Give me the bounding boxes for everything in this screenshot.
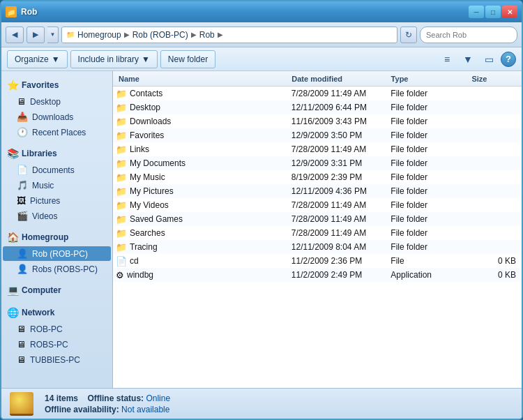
- file-type: File folder: [388, 186, 469, 196]
- downloads-icon: 📥: [17, 112, 28, 122]
- robs-robspc-icon: 👤: [17, 264, 28, 274]
- sidebar-item-music-label: Music: [32, 181, 54, 190]
- col-header-name[interactable]: Name: [116, 75, 289, 83]
- sidebar-item-downloads-label: Downloads: [32, 112, 73, 122]
- nav-dropdown-button[interactable]: ▼: [47, 27, 59, 43]
- status-item-count: 14 items Offline status: Online: [45, 393, 170, 403]
- back-button[interactable]: ◀: [6, 27, 24, 43]
- organize-dropdown-icon: ▼: [52, 54, 60, 64]
- view-dropdown-button[interactable]: ▼: [459, 51, 477, 68]
- sidebar-item-pictures[interactable]: 🖼 Pictures: [3, 193, 111, 208]
- homegroup-header-icon: 🏠: [7, 232, 19, 243]
- file-type: File folder: [388, 200, 469, 210]
- path-rob[interactable]: Rob: [199, 30, 215, 40]
- file-name-text: Contacts: [130, 89, 162, 98]
- sidebar-section-libraries: 📚 Libraries 📄 Documents 🎵 Music 🖼 Pictur…: [1, 145, 112, 223]
- sidebar-item-robs-robspc[interactable]: 👤 Robs (ROBS-PC): [3, 262, 111, 276]
- window-title: Rob: [21, 7, 37, 17]
- file-type: File folder: [388, 228, 469, 238]
- sidebar-item-videos[interactable]: 🎬 Videos: [3, 209, 111, 223]
- table-row[interactable]: 📁My Videos7/28/2009 11:49 AMFile folder: [113, 198, 522, 212]
- sidebar-header-favorites[interactable]: ⭐ Favorites: [1, 77, 112, 93]
- path-rob-robpc[interactable]: Rob (ROB-PC): [132, 30, 188, 40]
- file-type: File folder: [388, 117, 469, 126]
- sidebar-item-rob-robpc[interactable]: 👤 Rob (ROB-PC): [3, 246, 111, 261]
- address-bar: ◀ ▶ ▼ 📁 Homegroup ▶ Rob (ROB-PC) ▶ Rob ▶…: [1, 22, 522, 47]
- table-row[interactable]: 📁Desktop12/11/2009 6:44 PMFile folder: [113, 100, 522, 114]
- music-icon: 🎵: [17, 180, 28, 190]
- change-view-button[interactable]: ≡: [438, 51, 456, 68]
- sidebar-item-tubbies-pc[interactable]: 🖥 TUBBIES-PC: [3, 352, 111, 367]
- file-name-text: Desktop: [130, 103, 160, 112]
- table-row[interactable]: 📁My Documents12/9/2009 3:31 PMFile folde…: [113, 156, 522, 170]
- organize-button[interactable]: Organize ▼: [7, 50, 68, 68]
- file-size: 0 KB: [469, 256, 519, 266]
- table-row[interactable]: 📁My Pictures12/11/2009 4:36 PMFile folde…: [113, 184, 522, 198]
- search-box[interactable]: 🔍: [420, 27, 517, 43]
- sidebar-item-rob-robpc-label: Rob (ROB-PC): [32, 249, 88, 259]
- sidebar-item-rob-pc[interactable]: 🖥 ROB-PC: [3, 322, 111, 336]
- status-folder-icon: [10, 392, 33, 416]
- sidebar-item-desktop[interactable]: 🖥 Desktop: [3, 94, 111, 109]
- table-row[interactable]: ⚙windbg11/2/2009 2:49 PMApplication0 KB: [113, 268, 522, 282]
- forward-button[interactable]: ▶: [26, 27, 45, 43]
- address-path[interactable]: 📁 Homegroup ▶ Rob (ROB-PC) ▶ Rob ▶: [61, 27, 397, 43]
- sidebar-item-documents[interactable]: 📄 Documents: [3, 163, 111, 177]
- table-row[interactable]: 📁Saved Games7/28/2009 11:49 AMFile folde…: [113, 212, 522, 226]
- sidebar-item-recent-places[interactable]: 🕐 Recent Places: [3, 125, 111, 140]
- file-name-cell: 📁My Music: [116, 172, 289, 183]
- include-library-button[interactable]: Include in library ▼: [70, 50, 158, 68]
- file-date: 12/9/2009 3:31 PM: [289, 158, 388, 168]
- file-name-text: Saved Games: [130, 214, 183, 224]
- desktop-icon: 🖥: [17, 96, 26, 107]
- file-type: File folder: [388, 242, 469, 252]
- favorites-header-text: Favorites: [22, 80, 59, 90]
- preview-pane-button[interactable]: ▭: [480, 51, 498, 68]
- homegroup-header-text: Homegroup: [22, 232, 68, 242]
- table-row[interactable]: 📁My Music8/19/2009 2:39 PMFile folder: [113, 170, 522, 184]
- sidebar-item-robs-pc[interactable]: 🖥 ROBS-PC: [3, 337, 111, 352]
- maximize-button[interactable]: □: [485, 6, 501, 18]
- status-bar: 14 items Offline status: Online Offline …: [1, 388, 522, 419]
- table-row[interactable]: 📁Tracing12/11/2009 8:04 AMFile folder: [113, 240, 522, 254]
- sidebar-item-music[interactable]: 🎵 Music: [3, 178, 111, 193]
- file-date: 8/19/2009 2:39 PM: [289, 172, 388, 182]
- file-icon: 📁: [116, 228, 127, 239]
- sidebar-item-documents-label: Documents: [32, 165, 75, 175]
- file-icon: 📁: [116, 130, 127, 141]
- file-type: File folder: [388, 172, 469, 182]
- column-headers: Name Date modified Type Size: [113, 71, 522, 87]
- new-folder-button[interactable]: New folder: [160, 50, 215, 68]
- file-date: 12/11/2009 6:44 PM: [289, 103, 388, 112]
- sidebar-item-desktop-label: Desktop: [30, 97, 61, 107]
- minimize-button[interactable]: ─: [469, 6, 484, 18]
- sidebar-header-homegroup[interactable]: 🏠 Homegroup: [1, 229, 112, 246]
- file-date: 11/2/2009 2:36 PM: [289, 256, 388, 266]
- table-row[interactable]: 📁Searches7/28/2009 11:49 AMFile folder: [113, 226, 522, 240]
- title-bar-left: 📁 Rob: [6, 6, 37, 17]
- col-header-size[interactable]: Size: [469, 75, 519, 83]
- file-icon: 📁: [116, 186, 127, 197]
- sidebar-item-downloads[interactable]: 📥 Downloads: [3, 110, 111, 124]
- path-sep-2: ▶: [191, 31, 197, 38]
- sidebar-header-computer[interactable]: 💻 Computer: [1, 282, 112, 299]
- table-row[interactable]: 📁Links7/28/2009 11:49 AMFile folder: [113, 142, 522, 156]
- table-row[interactable]: 📁Favorites12/9/2009 3:50 PMFile folder: [113, 128, 522, 142]
- sidebar-item-tubbies-pc-label: TUBBIES-PC: [30, 355, 80, 365]
- sidebar-header-libraries[interactable]: 📚 Libraries: [1, 145, 112, 162]
- col-header-date[interactable]: Date modified: [289, 75, 388, 83]
- refresh-button[interactable]: ↻: [400, 27, 417, 43]
- file-type: File folder: [388, 144, 469, 154]
- search-input[interactable]: [426, 31, 522, 39]
- table-row[interactable]: 📄cd11/2/2009 2:36 PMFile0 KB: [113, 254, 522, 268]
- col-header-type[interactable]: Type: [388, 75, 469, 83]
- close-button[interactable]: ✕: [502, 6, 517, 18]
- path-homegroup[interactable]: Homegroup: [77, 30, 121, 40]
- include-library-label: Include in library: [78, 54, 139, 64]
- sidebar-header-network[interactable]: 🌐 Network: [1, 304, 112, 321]
- table-row[interactable]: 📁Contacts7/28/2009 11:49 AMFile folder: [113, 87, 522, 100]
- help-button[interactable]: ?: [501, 52, 516, 67]
- file-name-text: My Documents: [130, 158, 185, 168]
- table-row[interactable]: 📁Downloads11/16/2009 3:43 PMFile folder: [113, 114, 522, 128]
- file-name-cell: 📁Tracing: [116, 242, 289, 253]
